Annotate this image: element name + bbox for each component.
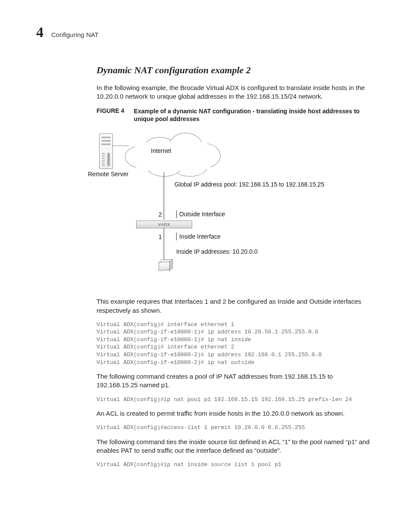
pool-code: Virtual ADX(config)#ip nat pool p1 192.1… (97, 396, 375, 404)
tie-code: Virtual ADX(config)#ip nat inside source… (97, 461, 375, 469)
acl-code: Virtual ADX(config)#access-list 1 permit… (97, 424, 375, 432)
outside-interface-label: Outside Interface (176, 210, 225, 218)
remote-server-label: Remote Server (88, 171, 128, 177)
figure-label: FIGURE 4 (97, 107, 125, 124)
acl-paragraph: An ACL is created to permit traffic from… (97, 409, 375, 418)
figure-description: Example of a dynamic NAT configuration -… (134, 107, 375, 124)
pool-paragraph: The following command creates a pool of … (97, 372, 375, 390)
running-header: 4 Configuring NAT (36, 24, 375, 40)
intro-paragraph: In the following example, the Brocade Vi… (97, 84, 375, 101)
vadx-device: VADX (136, 221, 192, 228)
port-2-label: 2 (159, 211, 162, 218)
link-vadx-host (164, 228, 164, 262)
port-1-label: 1 (159, 233, 162, 240)
figure-caption: FIGURE 4 Example of a dynamic NAT config… (97, 107, 375, 124)
interfaces-paragraph: This example requires that Interfaces 1 … (97, 297, 375, 315)
content-column: Dynamic NAT configuration example 2 In t… (97, 65, 375, 469)
internet-label: Internet (151, 147, 171, 154)
interfaces-code: Virtual ADX(config)# interface ethernet … (97, 321, 375, 366)
inside-host-icon (159, 262, 170, 275)
page: 4 Configuring NAT Dynamic NAT configurat… (0, 0, 411, 532)
cloud-icon (125, 133, 220, 176)
chapter-title: Configuring NAT (51, 31, 99, 38)
remote-server-icon (99, 134, 113, 169)
ip-pool-label: Global IP address pool: 192.168.15.15 to… (174, 181, 324, 188)
section-title: Dynamic NAT configuration example 2 (97, 65, 375, 76)
tie-paragraph: The following command ties the inside so… (97, 438, 375, 455)
link-cloud-vadx (164, 172, 164, 220)
network-diagram: Remote Server Internet Global IP address… (90, 129, 358, 289)
inside-ip-label: Inside IP addresses: 10.20.0.0 (176, 248, 258, 255)
inside-interface-label: Inside Interface (176, 233, 221, 240)
chapter-number: 4 (36, 24, 44, 40)
